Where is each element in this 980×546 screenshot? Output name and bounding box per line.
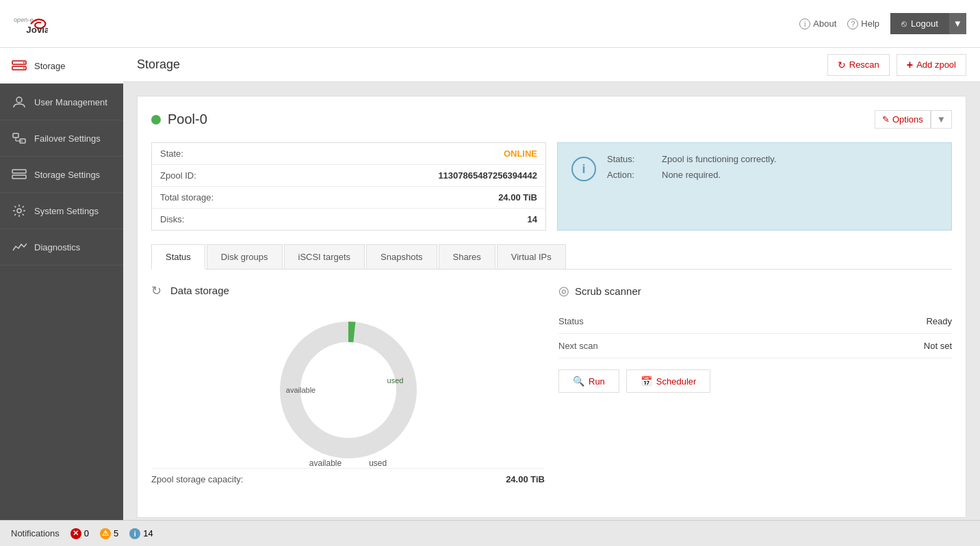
data-storage-section: ↻ Data storage bbox=[151, 283, 545, 490]
pool-details: State: ONLINE Zpool ID: 1130786548725639… bbox=[151, 142, 546, 231]
logout-button[interactable]: ⎋ Logout bbox=[890, 13, 949, 34]
sidebar-item-storage[interactable]: Storage bbox=[0, 48, 123, 84]
logout-dropdown-arrow[interactable]: ▼ bbox=[949, 13, 966, 34]
page-title: Storage bbox=[137, 57, 180, 72]
notifications-label: Notifications bbox=[11, 528, 60, 538]
sidebar-item-system-settings[interactable]: System Settings bbox=[0, 193, 123, 229]
sidebar-item-diagnostics[interactable]: Diagnostics bbox=[0, 229, 123, 265]
about-button[interactable]: i About bbox=[799, 18, 836, 29]
tab-snapshots[interactable]: Snapshots bbox=[366, 244, 437, 269]
options-label: Options bbox=[892, 114, 923, 125]
warning-icon: ⚠ bbox=[100, 528, 111, 539]
scrub-next-scan-label: Next scan bbox=[558, 341, 598, 351]
svg-point-6 bbox=[16, 97, 22, 103]
storage-icon bbox=[11, 57, 27, 74]
total-storage-value: 24.00 TiB bbox=[498, 192, 537, 203]
warning-count: 5 bbox=[114, 528, 118, 538]
data-storage-title: Data storage bbox=[170, 285, 229, 296]
scrub-status-row: Status Ready bbox=[558, 309, 952, 334]
svg-point-5 bbox=[23, 68, 25, 69]
error-count: 0 bbox=[84, 528, 89, 538]
info-action-label: Action: bbox=[607, 170, 648, 180]
scheduler-button[interactable]: 📅 Scheduler bbox=[626, 369, 711, 393]
user-management-icon bbox=[11, 94, 27, 110]
search-icon: 🔍 bbox=[573, 376, 584, 387]
disks-row: Disks: 14 bbox=[152, 209, 545, 230]
scrub-scanner-title: Scrub scanner bbox=[575, 285, 641, 297]
rescan-icon: ↻ bbox=[838, 60, 846, 70]
disks-value: 14 bbox=[528, 214, 537, 224]
info-circle-icon: i bbox=[799, 18, 810, 29]
scrub-scanner-section: ◎ Scrub scanner Status Ready Next scan N… bbox=[558, 283, 952, 490]
zpool-id-label: Zpool ID: bbox=[160, 170, 196, 181]
add-icon: + bbox=[907, 59, 913, 71]
run-label: Run bbox=[589, 376, 605, 387]
refresh-circle-icon: ↻ bbox=[151, 283, 165, 297]
status-rows: Status: Zpool is functioning correctly. … bbox=[607, 154, 776, 180]
capacity-value: 24.00 TiB bbox=[506, 474, 545, 484]
page-actions: ↻ Rescan + Add zpool bbox=[827, 54, 966, 76]
scrub-target-icon: ◎ bbox=[558, 283, 569, 298]
scrub-status-label: Status bbox=[558, 316, 584, 326]
top-header: open-e JovianDSS i About ? Help ⎋ Logout… bbox=[0, 0, 980, 48]
run-button[interactable]: 🔍 Run bbox=[558, 369, 619, 393]
add-zpool-button[interactable]: + Add zpool bbox=[897, 54, 966, 76]
data-storage-title-row: ↻ Data storage bbox=[151, 283, 545, 297]
info-notif-icon: i bbox=[129, 528, 140, 539]
logout-group: ⎋ Logout ▼ bbox=[890, 13, 966, 34]
state-value: ONLINE bbox=[504, 148, 537, 159]
logout-icon: ⎋ bbox=[901, 18, 907, 29]
svg-rect-7 bbox=[13, 133, 18, 138]
tabs: Status Disk groups iSCSI targets Snapsho… bbox=[151, 244, 952, 270]
tab-disk-groups[interactable]: Disk groups bbox=[207, 244, 283, 269]
logo-svg: open-e JovianDSS bbox=[14, 10, 48, 38]
content-scroll[interactable]: Pool-0 ✎ Options ▼ State: bbox=[123, 82, 980, 520]
zpool-id-row: Zpool ID: 11307865487256394442 bbox=[152, 165, 545, 187]
options-button[interactable]: ✎ Options bbox=[875, 110, 931, 129]
logo-area: open-e JovianDSS bbox=[14, 10, 53, 38]
header-actions: i About ? Help ⎋ Logout ▼ bbox=[799, 13, 966, 34]
svg-rect-12 bbox=[12, 175, 26, 179]
sidebar-system-settings-label: System Settings bbox=[34, 206, 99, 216]
tab-virtual-ips-label: Virtual IPs bbox=[511, 252, 552, 262]
tab-iscsi-targets[interactable]: iSCSI targets bbox=[284, 244, 365, 269]
pool-info-grid: State: ONLINE Zpool ID: 1130786548725639… bbox=[151, 142, 952, 231]
sidebar-diagnostics-label: Diagnostics bbox=[34, 242, 80, 252]
info-status-value: Zpool is functioning correctly. bbox=[662, 154, 776, 164]
diagnostics-icon bbox=[11, 239, 27, 255]
scrub-status-value: Ready bbox=[926, 316, 952, 326]
tab-iscsi-targets-label: iSCSI targets bbox=[298, 252, 351, 262]
calendar-icon: 📅 bbox=[641, 376, 652, 387]
logout-label: Logout bbox=[911, 18, 938, 29]
tab-status-label: Status bbox=[166, 252, 191, 262]
tab-content-status: ↻ Data storage bbox=[151, 270, 952, 504]
sidebar-storage-settings-label: Storage Settings bbox=[34, 170, 100, 180]
info-badge: i 14 bbox=[129, 528, 153, 539]
storage-settings-icon bbox=[11, 166, 27, 183]
add-zpool-label: Add zpool bbox=[916, 60, 956, 70]
pool-name: Pool-0 bbox=[168, 112, 207, 127]
pool-title-area: Pool-0 bbox=[151, 112, 207, 127]
sidebar-item-failover-settings[interactable]: Failover Settings bbox=[0, 120, 123, 157]
scheduler-label: Scheduler bbox=[656, 376, 697, 387]
capacity-label: Zpool storage capacity: bbox=[151, 474, 243, 484]
total-storage-label: Total storage: bbox=[160, 192, 214, 203]
help-button[interactable]: ? Help bbox=[847, 18, 879, 29]
error-badge: ✕ 0 bbox=[70, 528, 89, 539]
tab-snapshots-label: Snapshots bbox=[381, 252, 422, 262]
pie-chart-container: availableused bbox=[151, 308, 545, 472]
tab-shares[interactable]: Shares bbox=[439, 244, 495, 269]
pool-status-dot bbox=[151, 115, 161, 125]
tab-virtual-ips[interactable]: Virtual IPs bbox=[497, 244, 566, 269]
sidebar-item-storage-settings[interactable]: Storage Settings bbox=[0, 157, 123, 193]
sidebar-item-user-management[interactable]: User Management bbox=[0, 84, 123, 120]
rescan-button[interactable]: ↻ Rescan bbox=[827, 54, 890, 76]
help-label: Help bbox=[861, 18, 879, 29]
error-icon: ✕ bbox=[70, 528, 81, 539]
options-dropdown-arrow[interactable]: ▼ bbox=[931, 110, 952, 129]
sidebar-failover-label: Failover Settings bbox=[34, 133, 101, 144]
sidebar-user-management-label: User Management bbox=[34, 97, 107, 107]
tab-status[interactable]: Status bbox=[151, 244, 205, 270]
content-area: Storage ↻ Rescan + Add zpool Pool bbox=[123, 48, 980, 520]
disks-label: Disks: bbox=[160, 214, 184, 224]
